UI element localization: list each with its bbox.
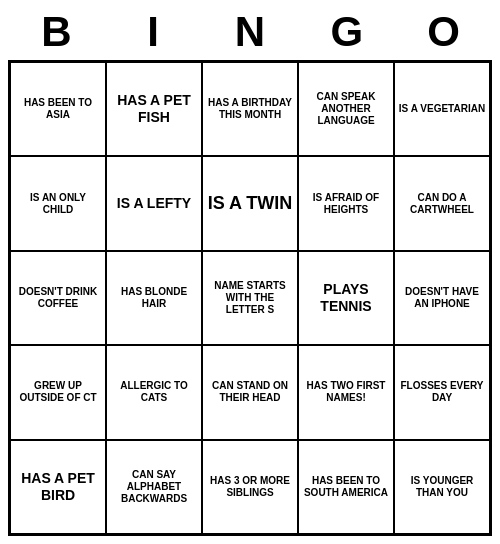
bingo-cell: GREW UP OUTSIDE OF CT	[10, 345, 106, 439]
bingo-cell: HAS A PET FISH	[106, 62, 202, 156]
bingo-cell: HAS 3 OR MORE SIBLINGS	[202, 440, 298, 534]
bingo-cell: IS A TWIN	[202, 156, 298, 250]
title-letter: B	[16, 8, 96, 56]
bingo-cell: CAN SAY ALPHABET BACKWARDS	[106, 440, 202, 534]
bingo-cell: FLOSSES EVERY DAY	[394, 345, 490, 439]
bingo-cell: HAS A BIRTHDAY THIS MONTH	[202, 62, 298, 156]
bingo-grid: HAS BEEN TO ASIAHAS A PET FISHHAS A BIRT…	[8, 60, 492, 536]
bingo-cell: ALLERGIC TO CATS	[106, 345, 202, 439]
bingo-cell: DOESN'T DRINK COFFEE	[10, 251, 106, 345]
bingo-cell: HAS TWO FIRST NAMES!	[298, 345, 394, 439]
bingo-title: BINGO	[8, 8, 492, 56]
title-letter: I	[113, 8, 193, 56]
bingo-cell: PLAYS TENNIS	[298, 251, 394, 345]
bingo-cell: CAN DO A CARTWHEEL	[394, 156, 490, 250]
bingo-cell: IS AN ONLY CHILD	[10, 156, 106, 250]
bingo-cell: HAS BEEN TO SOUTH AMERICA	[298, 440, 394, 534]
title-letter: O	[404, 8, 484, 56]
bingo-cell: HAS A PET BIRD	[10, 440, 106, 534]
title-letter: G	[307, 8, 387, 56]
title-letter: N	[210, 8, 290, 56]
bingo-cell: CAN SPEAK ANOTHER LANGUAGE	[298, 62, 394, 156]
bingo-cell: DOESN'T HAVE AN IPHONE	[394, 251, 490, 345]
bingo-cell: IS A VEGETARIAN	[394, 62, 490, 156]
bingo-cell: IS A LEFTY	[106, 156, 202, 250]
bingo-cell: NAME STARTS WITH THE LETTER S	[202, 251, 298, 345]
bingo-cell: HAS BLONDE HAIR	[106, 251, 202, 345]
bingo-cell: CAN STAND ON THEIR HEAD	[202, 345, 298, 439]
bingo-cell: HAS BEEN TO ASIA	[10, 62, 106, 156]
bingo-cell: IS AFRAID OF HEIGHTS	[298, 156, 394, 250]
bingo-cell: IS YOUNGER THAN YOU	[394, 440, 490, 534]
